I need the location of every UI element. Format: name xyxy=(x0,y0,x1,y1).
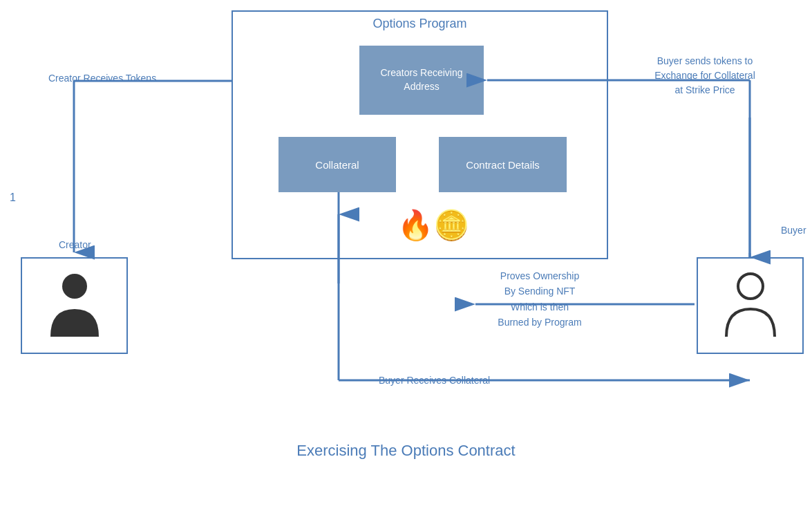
buyer-person-icon xyxy=(723,271,778,340)
proves-ownership-label: Proves OwnershipBy Sending NFTWhich is t… xyxy=(474,268,605,330)
creators-receiving-box: Creators ReceivingAddress xyxy=(359,46,484,115)
creator-figure-box xyxy=(21,257,128,354)
creators-receiving-label: Creators ReceivingAddress xyxy=(380,66,462,93)
buyer-figure-box xyxy=(697,257,804,354)
svg-point-1 xyxy=(738,274,763,299)
contract-details-label: Contract Details xyxy=(466,159,540,171)
creator-label: Creator xyxy=(59,239,91,250)
fire-coin-icon: 🔥🪙 xyxy=(397,211,469,240)
creator-receives-label: Creator Receives Tokens xyxy=(48,73,156,84)
buyer-receives-label: Buyer Receives Collateral xyxy=(379,375,490,386)
diagram-container: Options Program Creators ReceivingAddres… xyxy=(0,7,812,477)
svg-point-0 xyxy=(62,274,87,299)
buyer-sends-label: Buyer sends tokens toExchange for Collat… xyxy=(629,54,781,97)
bottom-title: Exercising The Options Contract xyxy=(0,442,812,460)
collateral-box: Collateral xyxy=(278,137,396,192)
contract-details-box: Contract Details xyxy=(439,137,567,192)
options-program-label: Options Program xyxy=(232,17,608,31)
collateral-label: Collateral xyxy=(315,159,359,171)
number-1-label: 1 xyxy=(10,192,16,204)
creator-person-icon xyxy=(47,271,102,340)
buyer-label: Buyer xyxy=(781,225,806,236)
